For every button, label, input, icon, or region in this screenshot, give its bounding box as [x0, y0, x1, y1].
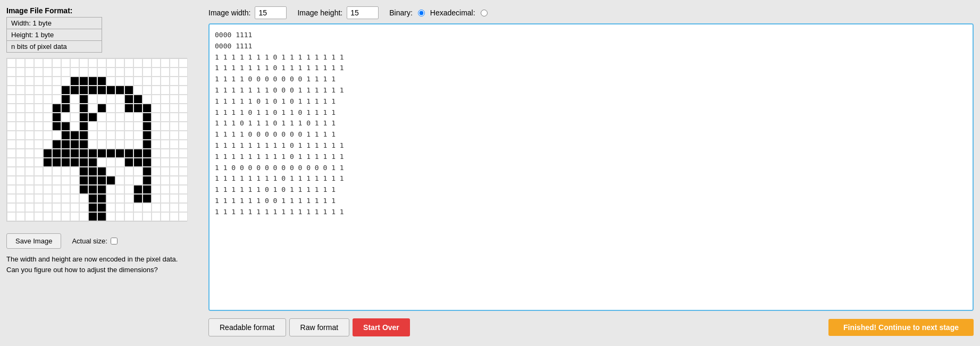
pixel-cell[interactable] [61, 203, 70, 212]
pixel-cell[interactable] [70, 203, 79, 212]
pixel-cell[interactable] [161, 203, 170, 212]
pixel-cell[interactable] [79, 149, 88, 158]
pixel-cell[interactable] [7, 104, 16, 113]
pixel-cell[interactable] [25, 185, 34, 194]
pixel-cell[interactable] [97, 185, 106, 194]
pixel-cell[interactable] [97, 104, 106, 113]
pixel-cell[interactable] [152, 212, 161, 221]
pixel-cell[interactable] [34, 95, 43, 104]
pixel-cell[interactable] [161, 158, 170, 167]
pixel-cell[interactable] [152, 176, 161, 185]
pixel-cell[interactable] [115, 67, 124, 77]
pixel-cell[interactable] [161, 104, 170, 113]
pixel-cell[interactable] [106, 122, 115, 131]
pixel-cell[interactable] [61, 167, 70, 176]
pixel-cell[interactable] [133, 113, 143, 122]
pixel-cell[interactable] [61, 86, 70, 95]
pixel-cell[interactable] [16, 122, 25, 131]
pixel-cell[interactable] [43, 158, 52, 167]
pixel-cell[interactable] [161, 140, 170, 149]
pixel-cell[interactable] [34, 86, 43, 95]
pixel-cell[interactable] [124, 167, 133, 176]
pixel-cell[interactable] [16, 104, 25, 113]
pixel-cell[interactable] [106, 185, 115, 194]
pixel-cell[interactable] [161, 67, 170, 77]
pixel-cell[interactable] [124, 176, 133, 185]
pixel-cell[interactable] [133, 104, 143, 113]
pixel-cell[interactable] [70, 158, 79, 167]
pixel-cell[interactable] [106, 113, 115, 122]
pixel-cell[interactable] [97, 158, 106, 167]
pixel-cell[interactable] [16, 95, 25, 104]
pixel-cell[interactable] [16, 77, 25, 86]
pixel-cell[interactable] [25, 194, 34, 203]
pixel-cell[interactable] [106, 167, 115, 176]
pixel-cell[interactable] [133, 176, 143, 185]
pixel-cell[interactable] [7, 212, 16, 221]
pixel-cell[interactable] [152, 122, 161, 131]
pixel-cell[interactable] [79, 212, 88, 221]
pixel-cell[interactable] [52, 86, 61, 95]
pixel-cell[interactable] [34, 194, 43, 203]
pixel-cell[interactable] [161, 58, 170, 67]
pixel-cell[interactable] [115, 58, 124, 67]
pixel-cell[interactable] [143, 122, 152, 131]
actual-size-checkbox[interactable] [111, 238, 118, 244]
pixel-cell[interactable] [52, 104, 61, 113]
pixel-cell[interactable] [161, 113, 170, 122]
pixel-cell[interactable] [25, 86, 34, 95]
pixel-cell[interactable] [152, 58, 161, 67]
pixel-cell[interactable] [43, 86, 52, 95]
pixel-cell[interactable] [115, 113, 124, 122]
pixel-cell[interactable] [143, 194, 152, 203]
pixel-cell[interactable] [52, 122, 61, 131]
pixel-cell[interactable] [34, 77, 43, 86]
pixel-cell[interactable] [52, 167, 61, 176]
pixel-cell[interactable] [52, 140, 61, 149]
pixel-cell[interactable] [170, 86, 179, 95]
pixel-cell[interactable] [152, 67, 161, 77]
pixel-cell[interactable] [133, 122, 143, 131]
pixel-cell[interactable] [170, 131, 179, 140]
pixel-cell[interactable] [161, 212, 170, 221]
pixel-cell[interactable] [88, 122, 97, 131]
pixel-cell[interactable] [88, 158, 97, 167]
pixel-cell[interactable] [70, 167, 79, 176]
pixel-cell[interactable] [179, 104, 188, 113]
pixel-cell[interactable] [143, 104, 152, 113]
pixel-cell[interactable] [79, 194, 88, 203]
pixel-cell[interactable] [124, 122, 133, 131]
pixel-cell[interactable] [152, 113, 161, 122]
pixel-cell[interactable] [97, 67, 106, 77]
pixel-cell[interactable] [179, 212, 188, 221]
pixel-cell[interactable] [34, 131, 43, 140]
pixel-cell[interactable] [124, 67, 133, 77]
pixel-cell[interactable] [124, 158, 133, 167]
pixel-cell[interactable] [88, 58, 97, 67]
pixel-cell[interactable] [52, 58, 61, 67]
pixel-cell[interactable] [97, 122, 106, 131]
pixel-cell[interactable] [152, 95, 161, 104]
pixel-cell[interactable] [124, 131, 133, 140]
pixel-cell[interactable] [25, 113, 34, 122]
pixel-cell[interactable] [97, 86, 106, 95]
pixel-cell[interactable] [70, 140, 79, 149]
pixel-cell[interactable] [115, 194, 124, 203]
pixel-cell[interactable] [25, 58, 34, 67]
pixel-cell[interactable] [124, 140, 133, 149]
pixel-cell[interactable] [25, 95, 34, 104]
pixel-cell[interactable] [161, 122, 170, 131]
pixel-cell[interactable] [88, 140, 97, 149]
pixel-cell[interactable] [70, 149, 79, 158]
pixel-cell[interactable] [34, 212, 43, 221]
pixel-cell[interactable] [161, 86, 170, 95]
pixel-cell[interactable] [79, 122, 88, 131]
pixel-cell[interactable] [170, 167, 179, 176]
pixel-cell[interactable] [43, 203, 52, 212]
pixel-cell[interactable] [88, 203, 97, 212]
pixel-cell[interactable] [179, 203, 188, 212]
pixel-cell[interactable] [152, 203, 161, 212]
pixel-cell[interactable] [106, 194, 115, 203]
pixel-cell[interactable] [7, 67, 16, 77]
pixel-cell[interactable] [61, 104, 70, 113]
